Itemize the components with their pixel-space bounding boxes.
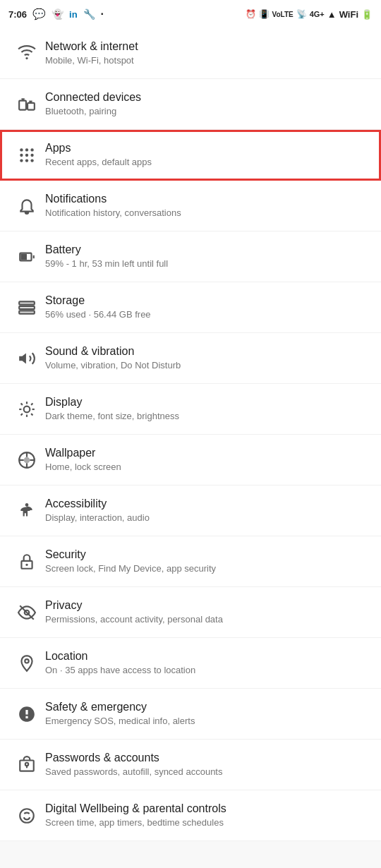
svg-point-10: [20, 153, 23, 156]
apps-text: Apps Recent apps, default apps: [42, 141, 370, 169]
connected-devices-icon: [11, 95, 42, 114]
setting-item-wellbeing[interactable]: Digital Wellbeing & parental controls Sc…: [0, 790, 381, 841]
alarm-icon: ⏰: [246, 9, 256, 19]
privacy-title: Privacy: [45, 598, 370, 613]
snapchat-icon: 👻: [52, 8, 64, 20]
svg-point-9: [30, 148, 33, 151]
wellbeing-text: Digital Wellbeing & parental controls Sc…: [42, 802, 370, 830]
wallpaper-text: Wallpaper Home, lock screen: [42, 446, 370, 474]
svg-point-13: [20, 159, 23, 162]
wellbeing-subtitle: Screen time, app timers, bedtime schedul…: [45, 817, 370, 829]
setting-item-accessibility[interactable]: Accessibility Display, interaction, audi…: [0, 486, 381, 536]
network-icon: [11, 44, 42, 63]
svg-rect-1: [19, 100, 26, 109]
notifications-text: Notifications Notification history, conv…: [42, 192, 370, 220]
notifications-subtitle: Notification history, conversations: [45, 207, 370, 219]
network-subtitle: Mobile, Wi-Fi, hotspot: [45, 55, 370, 67]
svg-line-29: [21, 403, 23, 404]
wellbeing-title: Digital Wellbeing & parental controls: [45, 802, 370, 816]
wifi-status-icon: WiFi: [339, 9, 358, 20]
setting-item-wallpaper[interactable]: Wallpaper Home, lock screen: [0, 435, 381, 486]
svg-line-33: [21, 414, 23, 415]
setting-item-apps[interactable]: Apps Recent apps, default apps: [0, 130, 381, 181]
passwords-icon: [11, 756, 42, 774]
whatsapp-icon: 💬: [32, 8, 46, 20]
display-title: Display: [45, 395, 370, 410]
security-text: Security Screen lock, Find My Device, ap…: [42, 548, 370, 576]
svg-rect-18: [20, 253, 27, 260]
battery-icon: [11, 248, 42, 266]
setting-item-connected[interactable]: Connected devices Bluetooth, pairing: [0, 79, 381, 130]
connected-title: Connected devices: [45, 90, 370, 105]
svg-point-7: [20, 148, 23, 151]
security-icon: [11, 553, 42, 571]
accessibility-title: Accessibility: [45, 497, 370, 512]
linkedin-icon: in: [69, 9, 78, 20]
accessibility-icon: [11, 502, 42, 520]
apps-title: Apps: [45, 141, 370, 156]
wallpaper-subtitle: Home, lock screen: [45, 462, 370, 474]
passwords-subtitle: Saved passwords, autofill, synced accoun…: [45, 766, 370, 778]
setting-item-network[interactable]: Network & internet Mobile, Wi-Fi, hotspo…: [0, 28, 381, 79]
passwords-text: Passwords & accounts Saved passwords, au…: [42, 751, 370, 779]
svg-point-12: [30, 153, 33, 156]
connected-text: Connected devices Bluetooth, pairing: [42, 90, 370, 119]
accessibility-text: Accessibility Display, interaction, audi…: [42, 497, 370, 525]
setting-item-passwords[interactable]: Passwords & accounts Saved passwords, au…: [0, 740, 381, 790]
battery-text: Battery 59% - 1 hr, 53 min left until fu…: [42, 243, 370, 271]
passwords-title: Passwords & accounts: [45, 751, 370, 766]
location-text: Location On · 35 apps have access to loc…: [42, 649, 370, 677]
notifications-title: Notifications: [45, 192, 370, 207]
storage-icon: [11, 299, 42, 317]
tools-icon: 🔧: [83, 8, 95, 20]
status-bar: 7:06 💬 👻 in 🔧 · ⏰ 📳 VoLTE 📡 4G+ ▲ WiFi 🔋: [0, 0, 381, 28]
display-subtitle: Dark theme, font size, brightness: [45, 411, 370, 423]
safety-subtitle: Emergency SOS, medical info, alerts: [45, 716, 370, 728]
battery-title: Battery: [45, 243, 370, 258]
battery-status-icon: 🔋: [361, 9, 373, 20]
safety-title: Safety & emergency: [45, 700, 370, 715]
battery-subtitle: 59% - 1 hr, 53 min left until full: [45, 258, 370, 270]
status-right: ⏰ 📳 VoLTE 📡 4G+ ▲ WiFi 🔋: [246, 9, 373, 20]
storage-subtitle: 56% used · 56.44 GB free: [45, 309, 370, 321]
dot-icon: ·: [101, 8, 104, 20]
svg-point-26: [24, 406, 30, 412]
display-icon: [11, 400, 42, 418]
svg-point-14: [25, 159, 28, 162]
svg-line-34: [31, 403, 32, 404]
svg-point-42: [25, 503, 28, 506]
signal-4g-label: 4G+: [310, 10, 325, 18]
setting-item-sound[interactable]: Sound & vibration Volume, vibration, Do …: [0, 333, 381, 384]
svg-point-47: [25, 659, 28, 663]
privacy-subtitle: Permissions, account activity, personal …: [45, 614, 370, 626]
apps-subtitle: Recent apps, default apps: [45, 157, 370, 169]
location-title: Location: [45, 649, 370, 664]
setting-item-safety[interactable]: Safety & emergency Emergency SOS, medica…: [0, 689, 381, 740]
setting-item-security[interactable]: Security Screen lock, Find My Device, ap…: [0, 536, 381, 587]
svg-rect-2: [28, 102, 35, 109]
setting-item-privacy[interactable]: Privacy Permissions, account activity, p…: [0, 587, 381, 638]
wellbeing-icon: [11, 807, 42, 825]
notifications-icon: [11, 197, 42, 215]
network-text: Network & internet Mobile, Wi-Fi, hotspo…: [42, 40, 370, 68]
storage-text: Storage 56% used · 56.44 GB free: [42, 294, 370, 322]
vibrate-icon: 📳: [259, 9, 270, 19]
svg-point-51: [20, 809, 34, 823]
setting-item-location[interactable]: Location On · 35 apps have access to loc…: [0, 638, 381, 689]
svg-point-36: [24, 457, 30, 463]
setting-item-notifications[interactable]: Notifications Notification history, conv…: [0, 181, 381, 231]
cast-icon: 📡: [296, 9, 307, 19]
accessibility-subtitle: Display, interaction, audio: [45, 512, 370, 524]
svg-rect-23: [19, 306, 35, 308]
setting-item-display[interactable]: Display Dark theme, font size, brightnes…: [0, 384, 381, 435]
svg-rect-24: [19, 311, 35, 313]
settings-list: Network & internet Mobile, Wi-Fi, hotspo…: [0, 28, 381, 841]
setting-item-storage[interactable]: Storage 56% used · 56.44 GB free: [0, 282, 381, 333]
signal-icon: ▲: [327, 9, 337, 20]
location-subtitle: On · 35 apps have access to location: [45, 665, 370, 677]
wallpaper-icon: [11, 451, 42, 469]
setting-item-battery[interactable]: Battery 59% - 1 hr, 53 min left until fu…: [0, 231, 381, 282]
svg-point-15: [30, 159, 33, 162]
svg-point-52: [25, 812, 25, 813]
sound-text: Sound & vibration Volume, vibration, Do …: [42, 344, 370, 373]
